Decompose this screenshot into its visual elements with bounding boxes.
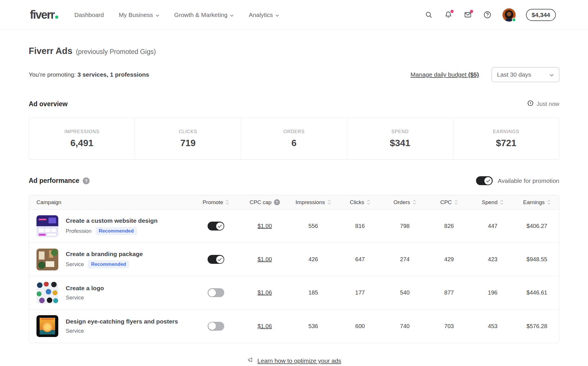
campaign-title[interactable]: Create a custom website design — [66, 217, 158, 224]
cpc-value: 826 — [427, 223, 471, 229]
column-impressions: Impressions — [289, 199, 337, 206]
sort-icon[interactable] — [454, 200, 458, 205]
campaign-title[interactable]: Create a branding package — [66, 251, 143, 257]
nav-item-my-business[interactable]: My Business — [119, 11, 159, 18]
promote-toggle[interactable] — [208, 288, 224, 297]
promote-toggle[interactable] — [208, 222, 224, 231]
clicks-value: 816 — [337, 223, 383, 229]
earnings-value: $446.61 — [514, 289, 559, 296]
table-row: Design eye-catching flyers and posters S… — [29, 309, 559, 343]
campaign-thumbnail[interactable] — [36, 215, 58, 237]
orders-value: 740 — [383, 323, 427, 330]
nav-item-growth-marketing[interactable]: Growth & Marketing — [174, 11, 234, 18]
stat-clicks: CLICKS 719 — [135, 118, 241, 159]
nav-item-dashboard[interactable]: Dashboard — [74, 11, 104, 18]
cpc-cap-link[interactable]: $1.00 — [258, 223, 272, 229]
promote-toggle[interactable] — [208, 255, 224, 264]
primary-nav: Dashboard My Business Growth & Marketing… — [74, 11, 279, 18]
cpc-cap-link[interactable]: $1.00 — [258, 256, 272, 263]
impressions-value: 185 — [289, 289, 337, 296]
search-icon[interactable] — [424, 10, 434, 20]
campaign-title[interactable]: Create a logo — [66, 285, 104, 292]
campaign-cell: Create a logo Service — [29, 282, 192, 304]
table-row: Create a logo Service $1.06 185 177 540 … — [29, 276, 559, 309]
orders-value: 798 — [383, 223, 427, 229]
table-row: Create a custom website design Professio… — [29, 210, 559, 243]
stat-spend: SPEND $341 — [347, 118, 453, 159]
footer-link-row: Learn how to optimize your ads — [29, 357, 559, 366]
available-for-promotion-toggle[interactable] — [476, 176, 493, 185]
fiverr-logo-green-dot — [55, 16, 58, 19]
sort-icon[interactable] — [367, 200, 370, 205]
ad-performance-title: Ad performance ? — [29, 177, 90, 185]
campaign-thumbnail[interactable] — [36, 249, 58, 270]
ad-performance-help-icon[interactable]: ? — [83, 177, 90, 184]
campaign-thumbnail[interactable] — [36, 282, 58, 304]
promo-controls: Manage daily budget ($5) Last 30 days — [411, 67, 559, 82]
megaphone-icon — [247, 357, 254, 365]
availability-toggle-row: Available for promotion — [476, 176, 559, 185]
sort-icon[interactable] — [500, 200, 504, 205]
help-icon[interactable] — [483, 10, 492, 20]
promote-toggle[interactable] — [208, 322, 224, 331]
promoting-counts: 3 services, 1 professions — [78, 71, 149, 78]
column-cpc: CPC — [427, 199, 471, 206]
campaign-cell: Create a custom website design Professio… — [29, 215, 192, 237]
ad-overview-stats: IMPRESSIONS 6,491 CLICKS 719 ORDERS 6 SP… — [29, 118, 559, 160]
promote-cell — [192, 255, 240, 264]
sort-icon[interactable] — [413, 200, 416, 205]
notification-dot — [450, 10, 454, 13]
earnings-value: $406.27 — [514, 223, 559, 229]
sort-icon[interactable] — [327, 200, 331, 205]
table-header: Campaign Promote CPC cap ? Impressions C… — [29, 195, 559, 210]
campaign-cell: Create a branding package Service Recomm… — [29, 249, 192, 270]
optimize-ads-link[interactable]: Learn how to optimize your ads — [258, 357, 341, 364]
nav-item-analytics[interactable]: Analytics — [249, 11, 279, 18]
sort-icon[interactable] — [225, 200, 229, 205]
table-row: Create a branding package Service Recomm… — [29, 243, 559, 276]
cpc-cap-link[interactable]: $1.06 — [258, 323, 272, 330]
chevron-down-icon — [156, 11, 159, 18]
campaign-title[interactable]: Design eye-catching flyers and posters — [66, 318, 178, 325]
recommended-badge: Recommended — [88, 260, 129, 268]
orders-value: 274 — [383, 256, 427, 263]
manage-daily-budget-link[interactable]: Manage daily budget ($5) — [411, 71, 479, 78]
campaign-thumbnail[interactable] — [36, 315, 58, 337]
avatar[interactable] — [502, 8, 516, 22]
ad-overview-header: Ad overview Just now — [29, 100, 559, 108]
column-cpc-cap: CPC cap ? — [240, 199, 289, 206]
column-orders: Orders — [383, 199, 427, 206]
clock-icon — [527, 100, 534, 108]
toggle-knob — [216, 222, 224, 230]
cpc-cap-help-icon[interactable]: ? — [274, 199, 280, 205]
chevron-down-icon — [230, 11, 234, 18]
balance-pill[interactable]: $4,344 — [526, 9, 556, 21]
earnings-value: $948.55 — [514, 256, 559, 263]
column-campaign: Campaign — [29, 199, 192, 206]
main-content: Fiverr Ads (previously Promoted Gigs) Yo… — [29, 30, 559, 366]
promotion-summary-row: You’re promoting: 3 services, 1 professi… — [29, 67, 559, 82]
topbar-actions: $4,344 — [424, 8, 556, 22]
page-title-row: Fiverr Ads (previously Promoted Gigs) — [29, 46, 559, 56]
sort-icon[interactable] — [547, 200, 551, 205]
spend-value: 423 — [471, 256, 514, 263]
chevron-down-icon — [550, 71, 554, 78]
fiverr-logo[interactable]: fiverr — [30, 8, 58, 21]
cpc-cap-link[interactable]: $1.06 — [258, 289, 272, 296]
stat-orders: ORDERS 6 — [241, 118, 347, 159]
column-promote: Promote — [192, 199, 240, 206]
notifications-bell-icon[interactable] — [444, 10, 453, 20]
recommended-badge: Recommended — [96, 227, 137, 235]
ad-overview-title: Ad overview — [29, 100, 68, 108]
cpc-cap-cell: $1.06 — [240, 323, 289, 330]
ad-performance-table: Campaign Promote CPC cap ? Impressions C… — [29, 195, 559, 343]
notification-dot — [470, 10, 473, 13]
stat-impressions: IMPRESSIONS 6,491 — [29, 118, 135, 159]
last-updated: Just now — [527, 100, 559, 108]
date-range-select[interactable]: Last 30 days — [492, 67, 559, 82]
promote-cell — [192, 288, 240, 297]
spend-value: 447 — [471, 223, 514, 229]
toggle-knob — [208, 289, 216, 297]
ad-performance-header: Ad performance ? Available for promotion — [29, 176, 559, 185]
messages-mail-icon[interactable] — [463, 10, 473, 20]
